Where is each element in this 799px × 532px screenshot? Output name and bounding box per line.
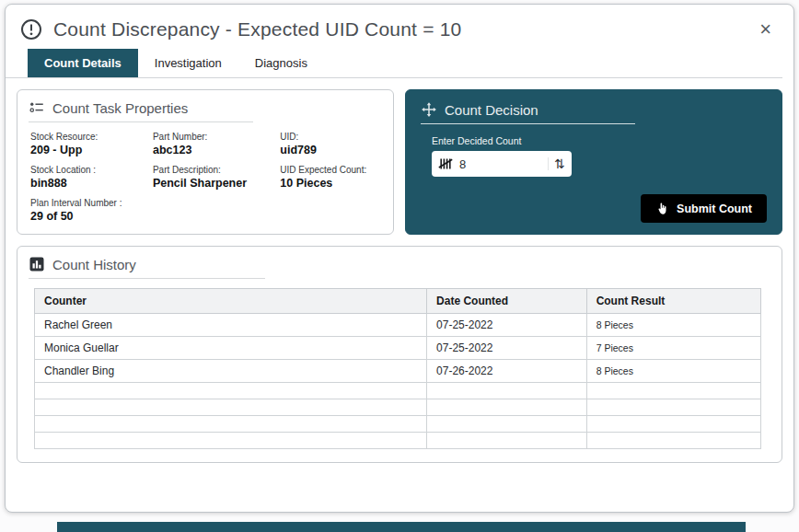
- cell-counter: Monica Guellar: [35, 337, 427, 360]
- count-decision-title: Count Decision: [421, 101, 635, 124]
- cell-count-result: 8 Pieces: [586, 314, 760, 337]
- column-header-count-result: Count Result: [586, 289, 760, 314]
- cell-counter: [35, 399, 427, 416]
- field-label: UID:: [280, 132, 380, 142]
- tab-count-details[interactable]: Count Details: [28, 49, 138, 77]
- panel-title-text: Count History: [52, 257, 136, 272]
- background-footer-bar: [57, 522, 746, 532]
- tally-marks-icon: [438, 156, 453, 171]
- field-uid: UID: uid789: [280, 132, 380, 156]
- bar-chart-icon: [29, 256, 45, 272]
- cell-date-counted: 07-26-2022: [427, 360, 587, 383]
- dialog-header: Count Discrepancy - Expected UID Count =…: [6, 5, 793, 49]
- cell-count-result: [586, 416, 760, 433]
- count-history-table: Counter Date Counted Count Result Rachel…: [34, 288, 761, 449]
- cell-count-result: [586, 433, 760, 449]
- field-label: Plan Interval Number :: [30, 198, 145, 208]
- close-icon[interactable]: ×: [756, 17, 775, 41]
- cell-count-result: 7 Pieces: [586, 337, 760, 360]
- decided-count-value: 8: [459, 157, 548, 171]
- table-row[interactable]: Chandler Bing 07-26-2022 8 Pieces: [35, 360, 761, 383]
- table-row-empty: [35, 416, 761, 433]
- field-label: Part Description:: [153, 165, 272, 175]
- dialog-content: Count Task Properties Stock Resource: 20…: [6, 78, 793, 463]
- field-label: Stock Location :: [30, 165, 145, 175]
- field-value: Pencil Sharpener: [153, 177, 272, 190]
- decided-count-label: Enter Decided Count: [432, 135, 767, 146]
- count-task-properties-title: Count Task Properties: [29, 99, 253, 122]
- cell-counter: Rachel Green: [35, 314, 427, 337]
- table-header-row: Counter Date Counted Count Result: [35, 289, 761, 314]
- count-task-properties-panel: Count Task Properties Stock Resource: 20…: [17, 89, 394, 235]
- decided-count-input[interactable]: 8 ⇅: [432, 151, 572, 177]
- alert-info-icon: [20, 18, 42, 40]
- panel-title-text: Count Decision: [445, 102, 538, 118]
- cell-date-counted: 07-25-2022: [427, 337, 587, 360]
- cell-count-result: [586, 399, 760, 416]
- cell-counter: [35, 383, 427, 399]
- panel-title-text: Count Task Properties: [52, 100, 188, 116]
- cell-count-result: [586, 383, 760, 399]
- table-row[interactable]: Rachel Green 07-25-2022 8 Pieces: [35, 314, 761, 337]
- field-value: 209 - Upp: [30, 144, 145, 156]
- cell-count-result: 8 Pieces: [586, 360, 760, 383]
- field-value: 29 of 50: [30, 210, 145, 223]
- cell-date-counted: [427, 433, 587, 449]
- field-uid-expected-count: UID Expected Count: 10 Pieces: [280, 165, 380, 190]
- field-value: uid789: [280, 144, 380, 156]
- tab-investigation[interactable]: Investigation: [138, 49, 238, 77]
- submit-count-button[interactable]: Submit Count: [641, 194, 767, 223]
- task-properties-fields: Stock Resource: 209 - Upp Part Number: a…: [29, 132, 380, 223]
- table-row-empty: [35, 433, 761, 449]
- table-row[interactable]: Monica Guellar 07-25-2022 7 Pieces: [35, 337, 761, 360]
- submit-count-label: Submit Count: [677, 202, 752, 215]
- table-row-empty: [35, 383, 761, 399]
- cell-date-counted: 07-25-2022: [427, 314, 587, 337]
- field-plan-interval-number: Plan Interval Number : 29 of 50: [30, 198, 145, 223]
- count-decision-panel: Count Decision Enter Decided Count 8: [405, 89, 782, 235]
- field-value: 10 Pieces: [280, 177, 380, 190]
- table-row-empty: [35, 399, 761, 416]
- cell-counter: Chandler Bing: [35, 360, 427, 383]
- cell-date-counted: [427, 399, 587, 416]
- count-history-panel: Count History Counter Date Counted Count…: [17, 246, 782, 463]
- field-value: abc123: [153, 144, 272, 156]
- field-part-description: Part Description: Pencil Sharpener: [153, 165, 272, 190]
- cell-date-counted: [427, 383, 587, 399]
- tab-bar: Count Details Investigation Diagnosis: [6, 49, 782, 78]
- cell-counter: [35, 416, 427, 433]
- count-discrepancy-dialog: Count Discrepancy - Expected UID Count =…: [5, 4, 794, 513]
- column-header-counter: Counter: [35, 289, 427, 314]
- field-stock-resource: Stock Resource: 209 - Upp: [30, 132, 145, 156]
- field-value: bin888: [30, 177, 145, 190]
- count-history-title: Count History: [29, 256, 265, 279]
- field-part-number: Part Number: abc123: [153, 132, 272, 156]
- dialog-title: Count Discrepancy - Expected UID Count =…: [53, 18, 756, 40]
- field-label: Part Number:: [153, 132, 272, 142]
- field-label: UID Expected Count:: [280, 165, 380, 175]
- tab-diagnosis[interactable]: Diagnosis: [238, 49, 324, 77]
- hand-click-icon: [655, 202, 669, 215]
- field-stock-location: Stock Location : bin888: [30, 165, 145, 190]
- cell-date-counted: [427, 416, 587, 433]
- properties-list-icon: [29, 99, 45, 116]
- column-header-date-counted: Date Counted: [427, 289, 587, 314]
- decision-arrows-icon: [421, 101, 437, 118]
- cell-counter: [35, 433, 427, 449]
- count-stepper-icon[interactable]: ⇅: [548, 157, 565, 170]
- field-label: Stock Resource:: [30, 132, 145, 142]
